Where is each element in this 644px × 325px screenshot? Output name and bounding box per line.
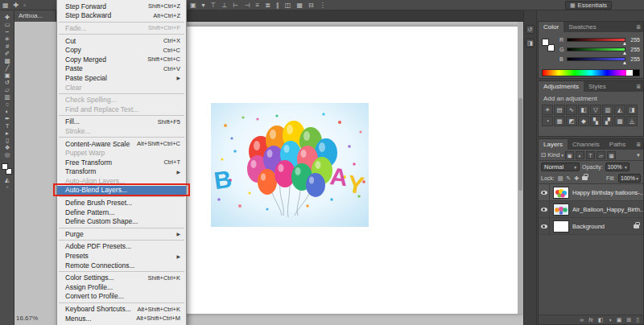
menu-item-puppet-warp[interactable]: Puppet Warp (57, 148, 186, 158)
posterize-icon[interactable]: ▚ (590, 116, 601, 126)
menu-item-define-custom-shape[interactable]: Define Custom Shape... (57, 216, 186, 226)
layer-thumbnail[interactable] (553, 220, 569, 232)
curves-icon[interactable]: ∿ (566, 105, 577, 115)
zoom-level-indicator[interactable]: 16.67% (16, 315, 38, 322)
channel-value[interactable]: 255 (628, 56, 640, 62)
tool-lasso-icon[interactable]: ∽ (0, 28, 14, 35)
photo-filter-icon[interactable]: ◔ (542, 116, 553, 126)
panel-menu-icon[interactable]: ≣ (636, 22, 641, 32)
layer-name[interactable]: Background (572, 223, 634, 230)
layer-effects-icon[interactable]: fx (588, 317, 592, 323)
tab-channels[interactable]: Channels (568, 139, 605, 150)
foreground-background-swatches[interactable] (0, 162, 14, 176)
tool-type-icon[interactable]: T (0, 122, 14, 130)
align-left-edges-icon[interactable]: ⊢ (233, 2, 239, 9)
menu-item-clear[interactable]: Clear (57, 83, 186, 93)
tool-rectangular-marquee-icon[interactable]: ▭ (0, 21, 14, 28)
reference-point-icon[interactable]: ▣ (190, 2, 196, 9)
color-balance-icon[interactable]: ◭ (614, 105, 625, 115)
menu-item-color-settings[interactable]: Color Settings...Shift+Ctrl+K (57, 273, 186, 282)
align-bottom-edges-icon[interactable]: ⊥ (222, 2, 228, 9)
scrollbar-thumb[interactable] (518, 98, 522, 191)
layer-group-icon[interactable]: ▣ (617, 317, 622, 323)
green-slider[interactable] (567, 47, 625, 51)
tool-eyedropper-icon[interactable]: ✐ (0, 50, 14, 57)
white-swatch[interactable] (626, 70, 633, 76)
menu-item-define-pattern[interactable]: Define Pattern... (57, 208, 186, 217)
filter-toggle-icon[interactable]: ▼ (636, 153, 641, 158)
layer-thumbnail[interactable] (553, 204, 569, 216)
layer-row-happy-birthday-balloons[interactable]: Happy Birthday balloons-... (539, 184, 643, 201)
tool-clone-stamp-icon[interactable]: ▣ (0, 72, 14, 79)
selective-color-icon[interactable]: ◬ (626, 116, 638, 126)
document-tab[interactable]: Artboa... (14, 10, 56, 22)
collapsed-properties-panel-icon[interactable]: ◨ (526, 39, 535, 47)
menu-item-assign-profile[interactable]: Assign Profile... (57, 282, 186, 292)
lock-all-icon[interactable] (582, 176, 588, 180)
slider-marker-icon[interactable] (623, 51, 626, 55)
tool-eraser-icon[interactable]: ▱ (0, 86, 14, 93)
adjustment-layer-icon[interactable]: ◑ (608, 317, 611, 323)
blue-slider[interactable] (567, 57, 625, 61)
gradient-map-icon[interactable]: ▩ (614, 116, 625, 126)
menu-item-step-backward[interactable]: Step BackwardAlt+Ctrl+Z (57, 11, 186, 21)
distribute-horizontal-icon[interactable]: ≣ (265, 2, 270, 9)
layer-thumbnail[interactable] (553, 187, 569, 199)
foreground-color-swatch[interactable] (542, 39, 549, 46)
tool-crop-icon[interactable]: # (0, 43, 14, 50)
menu-item-menus[interactable]: Menus...Alt+Shift+Ctrl+M (57, 314, 186, 323)
type-layer-filter-icon[interactable]: T (586, 151, 595, 159)
menu-item-copy[interactable]: CopyCtrl+C (57, 45, 186, 55)
distribute-centers-icon[interactable]: ∥ (276, 2, 279, 9)
menu-item-define-brush-preset[interactable]: Define Brush Preset... (57, 198, 186, 208)
color-fg-bg-swatches[interactable] (542, 39, 556, 53)
collapsed-history-panel-icon[interactable]: ↺ (526, 25, 535, 34)
channel-mixer-icon[interactable]: ▦ (554, 116, 565, 126)
screen-mode-icon[interactable]: ▫ (0, 183, 14, 191)
adjustment-layer-filter-icon[interactable]: ◐ (576, 151, 584, 159)
lock-image-pixels-icon[interactable]: ✎ (566, 175, 571, 182)
menu-item-convert-to-profile[interactable]: Convert to Profile... (57, 292, 186, 302)
distribute-vertical-icon[interactable]: ≡ (255, 2, 259, 9)
more-options-icon[interactable]: ⋮ (320, 2, 326, 9)
tool-options-icon[interactable]: ▫ (23, 2, 26, 9)
vibrance-icon[interactable]: ▽ (590, 105, 601, 115)
shape-layer-filter-icon[interactable]: ▱ (597, 151, 605, 159)
tool-quick-selection-icon[interactable]: ✳ (0, 35, 14, 43)
tool-blur-icon[interactable]: ○ (0, 101, 14, 108)
layer-row-air-balloon[interactable]: Air_Balloon_Happy_Birth... (539, 201, 643, 218)
tab-adjustments[interactable]: Adjustments (539, 81, 584, 92)
menu-item-free-transform[interactable]: Free TransformCtrl+T (57, 158, 186, 167)
collapse-icon[interactable]: ⊟ (308, 2, 314, 9)
tool-hand-icon[interactable]: ❖ (0, 144, 14, 151)
artboard[interactable]: B A Y (169, 27, 523, 314)
tab-layers[interactable]: Layers (539, 139, 568, 150)
menu-item-fade[interactable]: Fade...Shift+Ctrl+F (57, 23, 186, 33)
canvas-vertical-scrollbar[interactable] (518, 22, 523, 314)
caret-down-icon[interactable]: ▾ (202, 2, 205, 9)
menu-item-content-aware-scale[interactable]: Content-Aware ScaleAlt+Shift+Ctrl+C (57, 139, 186, 149)
blend-mode-dropdown[interactable]: Normal ▾ (541, 162, 580, 171)
delete-layer-icon[interactable]: ▯ (636, 317, 639, 323)
tab-swatches[interactable]: Swatches (564, 22, 601, 32)
visibility-toggle[interactable] (539, 201, 550, 217)
slider-marker-icon[interactable] (623, 42, 626, 45)
menu-item-purge[interactable]: Purge▶ (57, 229, 186, 239)
color-lookup-icon[interactable]: ◩ (566, 116, 577, 126)
menu-item-keyboard-shortcuts[interactable]: Keyboard Shortcuts...Alt+Shift+Ctrl+K (57, 304, 186, 314)
brightness-contrast-icon[interactable]: ☀ (542, 105, 553, 115)
tool-dodge-icon[interactable]: ◐ (0, 108, 14, 115)
tool-path-selection-icon[interactable]: ▸ (0, 130, 14, 137)
layer-name[interactable]: Air_Balloon_Happy_Birth... (572, 206, 643, 213)
align-right-edges-icon[interactable]: ⊣ (244, 2, 250, 9)
menu-item-auto-blend-layers[interactable]: Auto-Blend Layers... (57, 186, 186, 195)
menu-item-paste[interactable]: PasteCtrl+V (57, 64, 186, 74)
smart-object-filter-icon[interactable]: ▦ (607, 151, 616, 159)
workspace-switcher-button[interactable]: ▦ Essentials (565, 1, 612, 10)
link-layers-icon[interactable]: ∞ (580, 317, 584, 323)
channel-value[interactable]: 255 (628, 37, 640, 43)
menu-item-paste-special[interactable]: Paste Special▶ (57, 73, 186, 83)
color-spectrum-bar[interactable] (542, 69, 640, 76)
tool-zoom-icon[interactable]: ◎ (0, 151, 14, 158)
panel-menu-icon[interactable]: ≣ (636, 139, 641, 150)
